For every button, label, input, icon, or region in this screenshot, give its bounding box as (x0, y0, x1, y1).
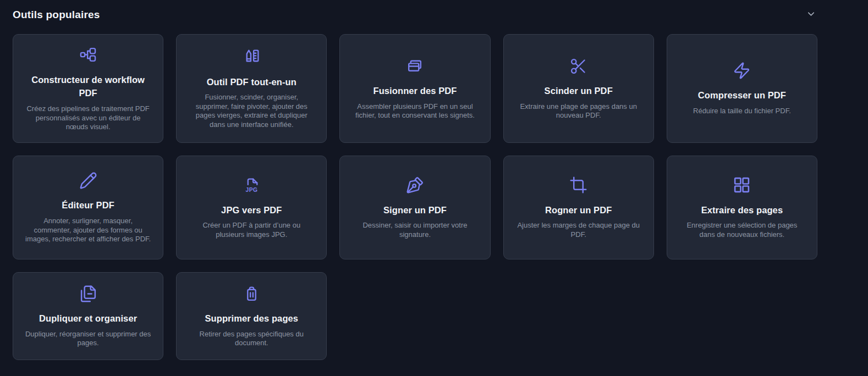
scissors-icon (569, 57, 587, 75)
tool-description: Assembler plusieurs PDF en un seul fichi… (351, 102, 479, 120)
section-header: Outils populaires (13, 7, 817, 23)
tool-card-split[interactable]: Scinder un PDF Extraire une plage de pag… (503, 34, 654, 143)
grid-squares-icon (733, 176, 751, 195)
crop-icon (569, 176, 587, 195)
jpg-file-icon: JPG (243, 176, 261, 195)
tool-title: Compresser un PDF (698, 89, 786, 102)
tool-card-sign[interactable]: Signer un PDF Dessiner, saisir ou import… (339, 156, 490, 259)
tool-title: Scinder un PDF (545, 84, 613, 98)
tool-card-jpg-to-pdf[interactable]: JPG JPG vers PDF Créer un PDF à partir d… (176, 156, 327, 259)
tool-description: Dupliquer, réorganiser et supprimer des … (24, 330, 152, 348)
tool-title: Extraire des pages (701, 203, 783, 217)
tool-title: Signer un PDF (383, 203, 447, 217)
pen-nib-icon (406, 176, 424, 195)
merge-documents-icon (405, 57, 424, 75)
tool-card-delete-pages[interactable]: Supprimer des pages Retirer des pages sp… (176, 272, 327, 360)
duplicate-pages-icon (79, 284, 97, 303)
tool-card-merge[interactable]: Fusionner des PDF Assembler plusieurs PD… (339, 34, 490, 143)
tool-card-workflow-builder[interactable]: Constructeur de workflow PDF Créez des p… (13, 34, 163, 143)
tool-title: Constructeur de workflow PDF (24, 73, 152, 101)
lightning-icon (733, 61, 751, 80)
collapse-section-button[interactable] (804, 8, 817, 21)
section-title: Outils populaires (13, 9, 100, 21)
tool-card-duplicate[interactable]: Dupliquer et organiser Dupliquer, réorga… (13, 272, 163, 360)
pencil-icon (79, 171, 97, 190)
tool-description: Enregistrer une sélection de pages dans … (678, 221, 806, 239)
workflow-icon (79, 46, 97, 64)
tool-card-extract[interactable]: Extraire des pages Enregistrer une sélec… (667, 156, 817, 259)
tool-title: Fusionner des PDF (373, 84, 457, 98)
popular-tools-section: Outils populaires Constructeur de workfl… (13, 7, 817, 360)
trash-icon (243, 284, 261, 303)
tool-description: Réduire la taille du fichier PDF. (693, 107, 791, 116)
tool-card-all-in-one[interactable]: Outil PDF tout-en-un Fusionner, scinder,… (176, 34, 327, 143)
tool-card-crop[interactable]: Rogner un PDF Ajuster les marges de chaq… (503, 156, 654, 259)
tool-title: Rogner un PDF (545, 203, 612, 217)
tool-title: JPG vers PDF (221, 203, 282, 217)
tool-title: Outil PDF tout-en-un (207, 75, 296, 89)
tool-description: Ajuster les marges de chaque page du PDF… (515, 221, 642, 239)
tool-card-editor[interactable]: Éditeur PDF Annoter, surligner, masquer,… (13, 156, 163, 259)
pencil-ruler-icon (243, 48, 261, 67)
tool-title: Éditeur PDF (62, 198, 114, 212)
tool-title: Supprimer des pages (205, 312, 298, 325)
tool-description: Dessiner, saisir ou importer votre signa… (351, 221, 479, 239)
tool-description: Fusionner, scinder, organiser, supprimer… (188, 93, 315, 129)
chevron-down-icon (806, 9, 816, 21)
tool-description: Créez des pipelines de traitement PDF pe… (24, 104, 152, 132)
svg-text:JPG: JPG (245, 187, 257, 193)
tool-description: Annoter, surligner, masquer, commenter, … (24, 217, 152, 244)
tool-description: Extraire une plage de pages dans un nouv… (515, 102, 642, 120)
tool-card-compress[interactable]: Compresser un PDF Réduire la taille du f… (667, 34, 817, 143)
tools-grid: Constructeur de workflow PDF Créez des p… (13, 34, 817, 360)
tool-description: Créer un PDF à partir d’une ou plusieurs… (188, 221, 315, 239)
tool-description: Retirer des pages spécifiques du documen… (188, 330, 315, 348)
tool-title: Dupliquer et organiser (39, 312, 137, 325)
